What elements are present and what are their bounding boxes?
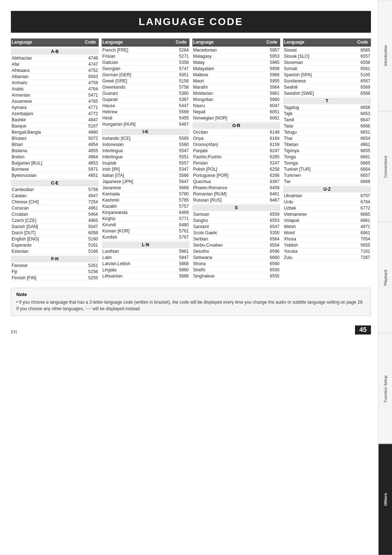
list-item: Azerbaijani4772 bbox=[11, 111, 99, 117]
list-item: Serbo-Croatian6554 bbox=[192, 242, 280, 248]
list-item: Turkmen6657 bbox=[283, 173, 371, 179]
list-item: Swahili6569 bbox=[283, 84, 371, 90]
section-ln: L-N bbox=[102, 242, 189, 248]
note-title: Note bbox=[16, 292, 366, 297]
list-item: Oriya6164 bbox=[192, 135, 280, 142]
list-item: Kirghiz5771 bbox=[102, 216, 189, 222]
col-header-1: Language Code bbox=[11, 39, 99, 46]
list-item: French [FRE]5264 bbox=[102, 47, 189, 53]
list-item: Czech [CZE]4965 bbox=[11, 218, 99, 224]
list-item: Malayalam5958 bbox=[192, 66, 280, 72]
sidebar-tab-others[interactable]: Others bbox=[379, 444, 392, 555]
list-item: Portuguese [POR]6266 bbox=[192, 173, 280, 179]
list-item: Hungarian [HUN]5467 bbox=[102, 121, 189, 127]
list-item: Bhutani5072 bbox=[11, 135, 99, 142]
list-item: Tajik6653 bbox=[283, 111, 371, 117]
list-item: Marathi5964 bbox=[192, 84, 280, 90]
list-item: Korean [KOR]5761 bbox=[102, 228, 189, 234]
list-item: Hausa5447 bbox=[102, 103, 189, 109]
list-item: Scots Gaelic5350 bbox=[192, 230, 280, 236]
list-item: Urdu6764 bbox=[283, 199, 371, 205]
column-2: Language Code French [FRE]5264 Frisian52… bbox=[102, 39, 189, 281]
list-item: Byelorussian4851 bbox=[11, 173, 99, 179]
right-sidebar: Introduction Connections Playback Functi… bbox=[378, 0, 392, 555]
list-item: Danish [DAN]5047 bbox=[11, 224, 99, 230]
list-item: Tonga6661 bbox=[283, 154, 371, 160]
list-item: Amharic4759 bbox=[11, 80, 99, 86]
list-item: Interlingua5547 bbox=[102, 148, 189, 154]
list-item: Kannada5760 bbox=[102, 191, 189, 197]
list-item: Bashkir4847 bbox=[11, 117, 99, 123]
list-item: Lithuanian5866 bbox=[102, 273, 189, 279]
sidebar-tab-function-setup[interactable]: Function Setup bbox=[379, 333, 392, 444]
list-item: Kinyarwanda6469 bbox=[102, 210, 189, 216]
list-item: Somali6561 bbox=[283, 66, 371, 72]
list-item: Thai6654 bbox=[283, 135, 371, 142]
sidebar-tab-connections[interactable]: Connections bbox=[379, 111, 392, 222]
list-item: Croatian5464 bbox=[11, 211, 99, 218]
list-item: German [GER]5051 bbox=[102, 72, 189, 78]
list-item: Chinese [CHI]7254 bbox=[11, 199, 99, 205]
footer-page-number: 45 bbox=[355, 325, 371, 335]
list-item: Afrikaans4752 bbox=[11, 68, 99, 74]
list-item: Corsican4961 bbox=[11, 205, 99, 211]
list-item: Estonian5166 bbox=[11, 248, 99, 255]
col-header-4: Language Code bbox=[283, 39, 371, 46]
list-item: Hindi5455 bbox=[102, 115, 189, 121]
list-item: Malagasy5953 bbox=[192, 53, 280, 60]
list-item: Laothian5861 bbox=[102, 248, 189, 255]
list-item: Nauru6047 bbox=[192, 103, 280, 109]
main-content: LANGUAGE CODE Language Code A-B Abkhazia… bbox=[0, 0, 378, 555]
list-item: Kirundi6460 bbox=[102, 222, 189, 228]
columns-wrapper: Language Code A-B Abkhazian4748 Afar4747… bbox=[11, 39, 371, 281]
list-item: Occitan6149 bbox=[192, 129, 280, 135]
page-footer: EN 45 bbox=[11, 323, 371, 335]
list-item: Latvian;Lettish5868 bbox=[102, 261, 189, 267]
list-item: Bislama4855 bbox=[11, 148, 99, 154]
section-ce: C-E bbox=[11, 180, 99, 186]
list-item: Yoruba7161 bbox=[283, 248, 371, 255]
list-item: Finnish [FIN]5255 bbox=[11, 275, 99, 281]
list-item: Serbian6564 bbox=[192, 236, 280, 242]
page-title: LANGUAGE CODE bbox=[11, 11, 371, 33]
list-item: Sesotho6566 bbox=[192, 248, 280, 255]
list-item: Gujarati5367 bbox=[102, 97, 189, 103]
list-item: Bulgarian [BUL]4853 bbox=[11, 160, 99, 166]
list-item: Basque5167 bbox=[11, 123, 99, 129]
sidebar-tab-playback[interactable]: Playback bbox=[379, 222, 392, 333]
sidebar-tab-introduction[interactable]: Introduction bbox=[379, 0, 392, 111]
column-4: Language Code Siswat6565 Slovak [SLO]655… bbox=[283, 39, 371, 281]
list-item: Zulu7267 bbox=[283, 255, 371, 261]
list-item: Persian5247 bbox=[192, 160, 280, 166]
list-item: Kashmiri5765 bbox=[102, 197, 189, 203]
list-item: Xhosa7054 bbox=[283, 236, 371, 242]
list-item: Malay5965 bbox=[192, 60, 280, 66]
col4-code-header: Code bbox=[354, 39, 371, 46]
list-item: Wolof6961 bbox=[283, 230, 371, 236]
list-item: Sindhi6550 bbox=[192, 267, 280, 273]
col3-lang-header: Language bbox=[192, 39, 264, 46]
list-item: Hebrew5569 bbox=[102, 109, 189, 115]
list-item: Telugu6651 bbox=[283, 129, 371, 135]
list-item: Tibetan4861 bbox=[283, 142, 371, 148]
col3-code-header: Code bbox=[264, 39, 280, 46]
list-item: Shona6560 bbox=[192, 261, 280, 267]
list-item: Welsh4971 bbox=[283, 224, 371, 230]
list-item: Setswana6660 bbox=[192, 255, 280, 261]
list-item: Pashto;Pushto6265 bbox=[192, 154, 280, 160]
list-item: Maori5955 bbox=[192, 78, 280, 84]
list-item: Uzbek6772 bbox=[283, 205, 371, 211]
list-item: Kurdish5767 bbox=[102, 234, 189, 240]
list-item: Quechua6367 bbox=[192, 179, 280, 185]
list-item: Ukrainian6757 bbox=[283, 193, 371, 199]
col2-lang-header: Language bbox=[102, 39, 173, 46]
list-item: Latin5847 bbox=[102, 255, 189, 261]
col4-lang-header: Language bbox=[283, 39, 354, 46]
list-item: Sundanese6567 bbox=[283, 78, 371, 84]
list-item: Romanian [RUM]6461 bbox=[192, 191, 280, 197]
section-ab: A-B bbox=[11, 48, 99, 55]
list-item: Polish [POL]6258 bbox=[192, 166, 280, 173]
list-item: Aymara4771 bbox=[11, 105, 99, 111]
section-uz: U-Z bbox=[283, 186, 371, 193]
list-item: Lingala5860 bbox=[102, 267, 189, 273]
